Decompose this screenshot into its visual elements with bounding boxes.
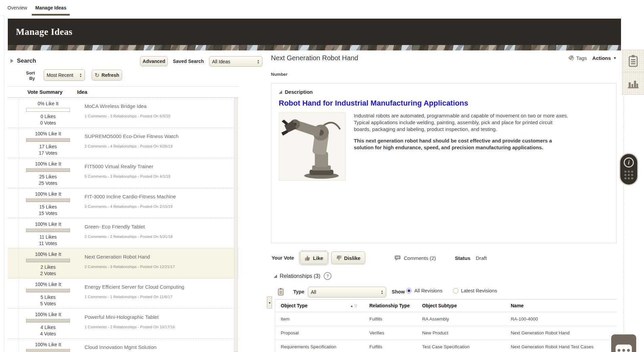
radio-unselected-icon (453, 288, 458, 293)
name-cell: Next Generation Robot Hand (505, 330, 617, 335)
advanced-search-button[interactable]: Advanced (140, 56, 168, 66)
idea-list-header: Vote Summary Idea (8, 86, 238, 97)
relationships-controls: Type All ▲▼ Show All Revisions Latest Re… (271, 286, 617, 298)
actions-menu-button[interactable]: Actions ▼ (592, 55, 617, 61)
like-percent: 100% Like It (19, 191, 77, 197)
stepper-icon: ▲▼ (79, 73, 82, 78)
idea-meta: 2 Comments - 2 Relationships - Posted On… (85, 235, 238, 239)
idea-title[interactable]: FIT5000 Virtual Reality Trainer (85, 163, 238, 169)
sort-descending-icon[interactable]: ▽ (354, 304, 357, 308)
latest-revisions-label: Latest Revisions (461, 288, 497, 293)
vote-progress-bar (26, 198, 70, 202)
vote-progress-bar (26, 349, 70, 352)
row-gutter (8, 248, 19, 278)
dislike-button[interactable]: Dislike (331, 251, 365, 264)
object-subtype-column-header: Object Subtype (417, 303, 505, 308)
votes-count: 15 Votes (19, 210, 77, 217)
relationships-section-toggle[interactable]: Relationships (3) ? (274, 272, 331, 280)
tags-button[interactable]: Tags (568, 55, 587, 61)
likes-count: 17 Likes (19, 144, 77, 150)
idea-title[interactable]: Energy Efficient Server for Cloud Comput… (85, 284, 238, 290)
idea-list-item[interactable]: 100% Like It 11 Likes 11 Votes Green- Ec… (8, 218, 238, 248)
row-gutter (8, 218, 19, 248)
page-banner: Manage Ideas (8, 19, 621, 45)
idea-title[interactable]: SUPREMO5000 Eco-Drive Fitness Watch (85, 133, 238, 139)
idea-title[interactable]: Cloud Innovation Mgmt Solution (85, 344, 238, 350)
type-select[interactable]: All ▲▼ (308, 287, 386, 298)
idea-cell: Cloud Innovation Mgmt Solution (77, 339, 238, 352)
rail-report-button[interactable] (622, 50, 644, 72)
ideas-list-pane: Search Advanced Saved Search All Ideas ▲… (8, 53, 263, 352)
idea-meta: 2 Comments - 3 Relationships - Posted On… (85, 265, 238, 269)
description-section-label: Description (285, 89, 313, 95)
sort-ascending-icon[interactable]: ▲ (350, 304, 353, 308)
idea-list-item[interactable]: 100% Like It 17 Likes 17 Votes SUPREMO50… (8, 128, 238, 158)
like-percent: 0% Like It (19, 101, 77, 106)
idea-title[interactable]: MoCA Wireless Bridge Idea (85, 103, 238, 109)
thumbs-up-icon (305, 255, 310, 261)
idea-list-item[interactable]: 100% Like It 4 Likes 4 Votes Powerful Mi… (8, 308, 238, 338)
idea-meta: 2 Comments - 4 Relationships - Posted On… (85, 144, 238, 148)
sort-select[interactable]: Most Recent ▲▼ (44, 69, 85, 81)
chevron-down-icon: ▼ (613, 56, 617, 60)
idea-cell: Energy Efficient Server for Cloud Comput… (77, 279, 238, 308)
detail-title: Next Generation Robot Hand (271, 54, 358, 62)
radio-latest-revisions[interactable]: Latest Revisions (453, 288, 497, 293)
vote-progress-fill (26, 169, 70, 172)
idea-list-item[interactable]: 100% Like It 15 Likes 15 Votes FIT-3000 … (8, 188, 238, 218)
idea-list-item[interactable]: 100% Like It Cloud Innovation Mgmt Solut… (8, 338, 238, 352)
idea-cell: Next Generation Robot Hand 2 Comments - … (77, 248, 238, 278)
object-subtype-cell: RA Assembly (417, 316, 505, 322)
pane-collapse-handle[interactable]: ◂ (267, 296, 272, 309)
search-section-toggle[interactable]: Search (10, 58, 36, 64)
relationship-type-cell: Verifies (364, 330, 417, 335)
description-heading: Robot Hand for Industrial Manufacturing … (279, 99, 609, 108)
idea-title[interactable]: Next Generation Robot Hand (85, 254, 238, 260)
idea-list-item[interactable]: 100% Like It 2 Likes 2 Votes Next Genera… (8, 248, 238, 278)
vote-summary-cell: 100% Like It 17 Likes 17 Votes (19, 128, 77, 158)
saved-search-select[interactable]: All Ideas ▲▼ (209, 56, 262, 67)
info-remote-button[interactable]: i (619, 153, 638, 185)
idea-title[interactable]: Green- Eco Friendly Tablet (85, 224, 238, 229)
like-button[interactable]: Like (300, 251, 328, 264)
idea-cell: FIT-3000 Incline Cardio-Fitness Machine … (77, 188, 238, 218)
likes-count: 2 Likes (19, 264, 77, 270)
likes-count: 4 Likes (19, 324, 77, 331)
relationship-row[interactable]: Proposal Verifies New Product Next Gener… (275, 326, 617, 340)
rail-chart-button[interactable] (622, 72, 644, 95)
idea-cell: MoCA Wireless Bridge Idea 1 Comments - 3… (77, 98, 238, 128)
radio-all-revisions[interactable]: All Revisions (406, 288, 442, 293)
chat-button[interactable] (611, 334, 636, 352)
triangle-right-icon (10, 59, 14, 63)
list-scrollbar[interactable] (234, 97, 238, 352)
description-paragraph-2: This next generation robot hand should b… (354, 137, 569, 151)
idea-cell: FIT5000 Virtual Reality Trainer 5 Commen… (77, 158, 238, 188)
stepper-icon: ▲▼ (381, 290, 383, 294)
relationship-row[interactable]: Requirements Specification Fulfills Test… (275, 340, 617, 352)
tab-overview[interactable]: Overview (3, 0, 31, 16)
sort-by-label: Sort By (19, 70, 35, 81)
vote-progress-bar (26, 319, 70, 323)
banner-texture-strip (8, 45, 621, 50)
relationship-row[interactable]: Item Fulfills RA Assembly RA-100-4000 (275, 312, 617, 326)
idea-list-item[interactable]: 100% Like It 25 Likes 25 Votes FIT5000 V… (8, 158, 238, 188)
clipboard-icon (278, 288, 284, 296)
like-percent: 100% Like It (19, 221, 77, 227)
tab-manage-ideas[interactable]: Manage Ideas (31, 0, 70, 16)
idea-title[interactable]: FIT-3000 Incline Cardio-Fitness Machine (85, 194, 238, 199)
idea-title[interactable]: Powerful Mini-Holographic Tablet (85, 314, 238, 320)
idea-list-item[interactable]: 0% Like It 0 Likes 0 Votes MoCA Wireless… (8, 97, 238, 128)
votes-count: 2 Votes (19, 270, 77, 277)
likes-count: 11 Likes (19, 234, 77, 240)
comments-link[interactable]: Comments (2) (394, 255, 436, 261)
help-icon[interactable]: ? (324, 272, 331, 280)
idea-list-item[interactable]: 100% Like It 5 Likes 5 Votes Energy Effi… (8, 278, 238, 308)
description-section-toggle[interactable]: Description (279, 89, 609, 95)
manage-ideas-app: Overview Manage Ideas Manage Ideas Searc… (0, 0, 644, 352)
sort-controls[interactable]: ▲ ▽ (350, 304, 357, 308)
relationship-type-cell: Fulfills (364, 316, 417, 322)
idea-detail-pane: Next Generation Robot Hand Tags Actions … (271, 53, 617, 352)
refresh-button[interactable]: ↻ Refresh (92, 70, 122, 81)
relationships-section-label: Relationships (3) (280, 273, 320, 279)
type-value: All (311, 289, 379, 295)
